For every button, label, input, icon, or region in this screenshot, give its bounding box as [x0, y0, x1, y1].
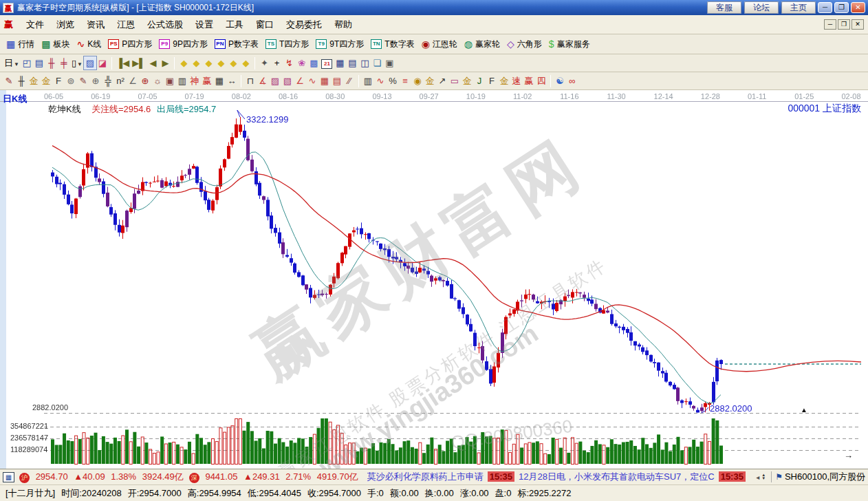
crosshair-icon[interactable]: + [270, 56, 283, 70]
slant-lines-icon[interactable]: ⁄⁄ [343, 74, 356, 87]
detail-info-icon[interactable]: ▤ [33, 56, 45, 70]
toolbar-button-kline[interactable]: ∿K线 [73, 37, 105, 52]
calendar-icon[interactable]: 21 [320, 56, 334, 70]
toolbar-button-9t-square[interactable]: T99T四方形 [312, 37, 367, 52]
menu-item-公式选股[interactable]: 公式选股 [141, 17, 189, 32]
scroll-right-icon[interactable]: → [844, 450, 853, 460]
child-close-button[interactable]: ✕ [851, 19, 864, 30]
angle-ruler-icon[interactable]: ∠ [127, 74, 139, 87]
period-day-selector[interactable]: 日▼ [3, 56, 21, 71]
menu-item-江恩[interactable]: 江恩 [111, 17, 141, 32]
diamond-hexpand-icon[interactable]: ◆ [227, 56, 239, 70]
sh-index-quote[interactable]: 沪 2954.70 ▲40.09 1.38% 3924.49亿 [17, 471, 187, 483]
chart-area[interactable]: 赢家财富网 赢家江恩软件 股票分析软件 江恩工具软件 www.yingjia36… [0, 90, 868, 469]
calculator-icon[interactable]: ▦ [334, 56, 346, 70]
toolbar-button-winner-wheel[interactable]: ◍赢家轮 [461, 37, 503, 52]
grid-lines-icon[interactable]: ╫ [15, 74, 28, 87]
yinyang-icon[interactable]: ☯ [554, 74, 566, 87]
hist-tool-icon[interactable]: ▥ [362, 74, 374, 87]
f-grid-icon[interactable]: F [52, 74, 65, 87]
candle-style-selector[interactable]: ▯▼ [70, 56, 84, 70]
gold-angle-icon[interactable]: 金 [498, 74, 510, 89]
win-angle-icon[interactable]: 赢 [523, 74, 535, 89]
infinity-icon[interactable]: ∞ [566, 74, 578, 87]
quote-grid-icon[interactable]: ▦ [3, 472, 14, 482]
nav-last-icon[interactable]: ▶▌ [131, 56, 147, 70]
titlebar-link-0[interactable]: 客服 [707, 1, 741, 14]
pointer-tag-icon[interactable]: ↯ [283, 56, 295, 70]
speed-angle-icon[interactable]: 速 [510, 74, 523, 89]
chart-9-icon[interactable]: ╪ [58, 56, 70, 70]
gann-box-icon[interactable]: ▣ [164, 74, 176, 87]
f-angle-icon[interactable]: F [486, 74, 498, 87]
child-restore-button[interactable]: ❐ [838, 19, 850, 30]
price-lines-icon[interactable]: ▥ [176, 74, 188, 87]
pencil-grid-icon[interactable]: ✎ [77, 74, 89, 87]
ticker-spinner[interactable]: ▲▼ [761, 473, 766, 480]
chart-3-icon[interactable]: ╫ [45, 56, 58, 70]
brush-tool-icon[interactable]: ✎ [3, 74, 15, 87]
save-icon[interactable]: ◫ [358, 56, 371, 70]
gold-grid2-icon[interactable]: 金 [40, 74, 52, 89]
toolbar-button-sectors[interactable]: ▩板块 [38, 37, 73, 52]
menu-item-浏览[interactable]: 浏览 [50, 17, 80, 32]
minimize-button[interactable]: ─ [818, 2, 832, 13]
angle-fan-icon[interactable]: ∠ [294, 74, 306, 87]
toolbar-button-hexagon[interactable]: ◇六角形 [503, 37, 545, 52]
menu-item-窗口[interactable]: 窗口 [250, 17, 280, 32]
toolbar-button-9p-square[interactable]: P99P四方形 [155, 37, 211, 52]
toolbar-button-t-square[interactable]: TST四方形 [262, 37, 312, 52]
nav-prev-icon[interactable]: ◀ [147, 56, 159, 70]
clock-wheel-icon[interactable]: ⊕ [89, 74, 102, 87]
flower-tool-icon[interactable]: ❀ [295, 56, 307, 70]
gold-box-icon[interactable]: 金 [461, 74, 473, 89]
gann-web-icon[interactable]: ☼ [151, 74, 164, 87]
toolbar-button-quotes[interactable]: ▦行情 [3, 37, 38, 52]
quad-angle-icon[interactable]: 四 [535, 74, 547, 89]
gold-lines-icon[interactable]: 金 [424, 74, 436, 89]
toolbar-button-p-square[interactable]: PSP四方形 [105, 37, 155, 52]
avg-channel-icon[interactable]: ▭ [448, 74, 461, 87]
titlebar-link-1[interactable]: 论坛 [744, 1, 779, 14]
zoom-window-icon[interactable]: ◰ [21, 56, 33, 70]
restore-button[interactable]: ❐ [834, 2, 849, 13]
gann-compass-icon[interactable]: ⊕ [139, 74, 151, 87]
menu-item-文件[interactable]: 文件 [20, 17, 50, 32]
gold-section-icon[interactable]: ◉ [411, 74, 424, 87]
gold-grid-icon[interactable]: 金 [28, 74, 40, 89]
dense-grid-icon[interactable]: ╬ [102, 74, 114, 87]
diamond-shrink-icon[interactable]: ◆ [215, 56, 227, 70]
child-minimize-button[interactable]: ─ [824, 19, 836, 30]
window-tool-icon[interactable]: ⊓ [244, 74, 257, 87]
pct-wave-icon[interactable]: ∿ [374, 74, 387, 87]
width-tool-icon[interactable]: ↔ [226, 74, 238, 87]
color-chart-icon[interactable]: ◪ [96, 56, 109, 70]
red-grid2-icon[interactable]: ▤ [331, 74, 343, 87]
hand-tool-icon[interactable]: ✦ [258, 56, 270, 70]
diamond-right-icon[interactable]: ◆ [190, 56, 202, 70]
nav-next-icon[interactable]: ▶ [159, 56, 171, 70]
current-stock-label[interactable]: SH600100,同方股份 [785, 471, 865, 483]
toolbar-button-p-number[interactable]: PNP数字表 [211, 37, 262, 52]
fan-box-icon[interactable]: ▨ [269, 74, 281, 87]
box-123-icon[interactable]: ▦ [213, 74, 226, 87]
ticker-left-icon[interactable]: ◂ [756, 473, 759, 481]
shen-tool-icon[interactable]: 神 [188, 74, 201, 89]
stock-pick-icon[interactable]: ▨ [84, 56, 96, 70]
toolbar-button-t-number[interactable]: TNT数字表 [367, 37, 417, 52]
zigzag-icon[interactable]: ∿ [306, 74, 318, 87]
n2-grid-icon[interactable]: n² [114, 74, 127, 87]
menu-item-设置[interactable]: 设置 [189, 17, 219, 32]
fan-box2-icon[interactable]: ▧ [281, 74, 294, 87]
sz-index-quote[interactable]: 深 9441.05 ▲249.31 2.71% 4919.70亿 [187, 471, 362, 483]
diamond-left-icon[interactable]: ◆ [177, 56, 190, 70]
close-button[interactable]: ✕ [851, 2, 865, 13]
pct-tool-icon[interactable]: % [387, 74, 399, 87]
menu-item-资讯[interactable]: 资讯 [80, 17, 111, 32]
menu-item-工具[interactable]: 工具 [219, 17, 250, 32]
toolbar-button-gann-wheel[interactable]: ◉江恩轮 [418, 37, 461, 52]
print-icon[interactable]: ▣ [383, 56, 395, 70]
news-ticker[interactable]: 莫沙必利化学原料药上市申请15:3512月28日电，小米发布其首款电动车SU7，… [367, 471, 756, 483]
toolbar-button-winner-service[interactable]: $赢家服务 [545, 37, 594, 52]
j-angle-icon[interactable]: J [473, 74, 486, 87]
